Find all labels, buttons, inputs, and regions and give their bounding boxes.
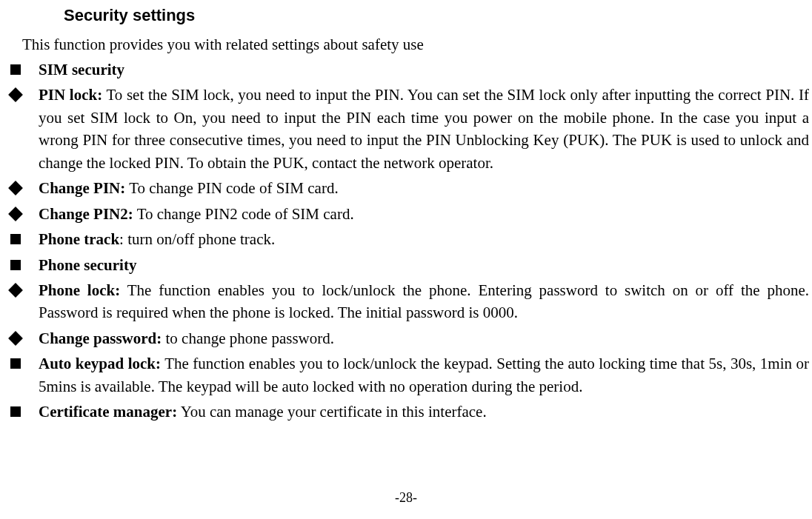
- list-item: Change password: to change phone passwor…: [0, 327, 812, 349]
- item-text: Auto keypad lock: The function enables y…: [39, 352, 809, 398]
- item-bold-label: Change PIN:: [39, 179, 125, 197]
- item-text: Phone security: [39, 254, 809, 276]
- item-bold-label: Phone security: [39, 256, 136, 274]
- square-bullet-icon: [10, 406, 21, 417]
- list-item: PIN lock: To set the SIM lock, you need …: [0, 84, 812, 174]
- item-text: Change password: to change phone passwor…: [39, 327, 809, 349]
- list-item: Change PIN: To change PIN code of SIM ca…: [0, 177, 812, 199]
- square-bullet-icon: [10, 260, 21, 270]
- page-content: Security settings This function provides…: [0, 0, 812, 423]
- item-bold-label: Certificate manager:: [39, 403, 177, 421]
- item-text: SIM security: [39, 58, 809, 81]
- list-item: Phone track: turn on/off phone track.: [0, 228, 812, 250]
- item-description: You can manage your certificate in this …: [177, 403, 487, 421]
- square-bullet-icon: [10, 64, 21, 75]
- list-item: Phone lock: The function enables you to …: [0, 279, 812, 324]
- item-bold-label: SIM security: [39, 61, 124, 78]
- item-text: PIN lock: To set the SIM lock, you need …: [39, 84, 809, 174]
- list-item: Change PIN2: To change PIN2 code of SIM …: [0, 203, 812, 225]
- diamond-bullet-icon: [8, 207, 23, 221]
- item-text: Phone track: turn on/off phone track.: [39, 228, 809, 250]
- list-item: Phone security: [0, 254, 812, 276]
- item-bold-label: Auto keypad lock:: [39, 355, 161, 372]
- square-bullet-icon: [10, 358, 21, 369]
- item-bold-label: Phone track: [39, 230, 119, 248]
- item-bold-label: PIN lock:: [39, 86, 102, 104]
- page-title: Security settings: [64, 6, 812, 25]
- list-item: Certificate manager: You can manage your…: [0, 401, 812, 423]
- item-bold-label: Change password:: [39, 329, 162, 347]
- diamond-bullet-icon: [8, 283, 23, 298]
- page-number: -28-: [0, 490, 812, 506]
- diamond-bullet-icon: [8, 88, 23, 103]
- list-item: SIM security: [0, 58, 812, 81]
- item-description: To change PIN code of SIM card.: [125, 179, 338, 197]
- item-text: Change PIN2: To change PIN2 code of SIM …: [39, 203, 809, 225]
- item-text: Phone lock: The function enables you to …: [39, 279, 809, 324]
- item-description: to change phone password.: [162, 329, 334, 347]
- item-text: Certificate manager: You can manage your…: [39, 401, 809, 423]
- diamond-bullet-icon: [8, 331, 23, 346]
- item-description: To set the SIM lock, you need to input t…: [39, 86, 809, 171]
- diamond-bullet-icon: [8, 181, 23, 195]
- item-bold-label: Change PIN2:: [39, 205, 133, 223]
- list-item: Auto keypad lock: The function enables y…: [0, 352, 812, 398]
- square-bullet-icon: [10, 234, 21, 244]
- intro-text: This function provides you with related …: [22, 36, 812, 54]
- item-list: SIM securityPIN lock: To set the SIM loc…: [0, 58, 812, 423]
- item-description: : turn on/off phone track.: [119, 230, 275, 248]
- item-text: Change PIN: To change PIN code of SIM ca…: [39, 177, 809, 199]
- item-description: The function enables you to lock/unlock …: [39, 281, 809, 321]
- item-description: To change PIN2 code of SIM card.: [133, 205, 354, 223]
- item-bold-label: Phone lock:: [39, 281, 120, 299]
